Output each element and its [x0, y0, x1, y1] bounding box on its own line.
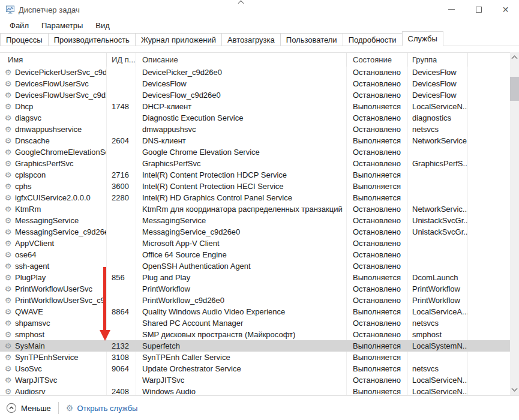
service-status: Выполняется: [347, 386, 408, 395]
service-pid: [107, 260, 136, 272]
service-status: Остановлено: [347, 112, 408, 124]
table-row[interactable]: ⚙ose64Office 64 Source EngineОстановлено: [0, 249, 510, 260]
menu-item-view[interactable]: Вид: [91, 20, 115, 32]
service-group: [408, 249, 468, 260]
table-row[interactable]: ⚙AppVClientMicrosoft App-V ClientОстанов…: [0, 238, 510, 249]
close-button[interactable]: ✕: [492, 0, 519, 19]
service-status: Остановлено: [347, 203, 408, 215]
menu-item-file[interactable]: Файл: [5, 20, 34, 32]
column-header-pid[interactable]: ИД п...: [107, 53, 136, 67]
table-row[interactable]: ⚙Dhcp1748DHCP-клиентВыполняетсяLocalServ…: [0, 101, 510, 112]
service-gear-icon: ⚙: [4, 135, 13, 146]
tab-details[interactable]: Подробности: [343, 33, 403, 46]
row-filler: [468, 329, 510, 340]
tab-startup[interactable]: Автозагрузка: [221, 33, 281, 46]
row-filler: [468, 112, 510, 124]
table-row[interactable]: ⚙DevicesFlowUserSvc_c9d26e0DevicesFlow_c…: [0, 89, 510, 101]
service-name-cell: ⚙SysMain: [0, 340, 107, 352]
service-description: Update Orchestrator Service: [136, 363, 347, 374]
table-row[interactable]: ⚙Audiosrv2408Windows AudioВыполняетсяLoc…: [0, 386, 510, 395]
service-name: PrintWorkflowUserSvc: [15, 283, 92, 295]
table-row[interactable]: ⚙SynTPEnhService3108SynTPEnh Caller Serv…: [0, 352, 510, 363]
service-name: smphost: [15, 329, 44, 340]
table-row[interactable]: ⚙PlugPlay856Plug and PlayВыполняетсяDcom…: [0, 272, 510, 283]
service-status: Остановлено: [347, 329, 408, 340]
table-row[interactable]: ⚙WarpJITSvcWarpJITSvcОстановленоLocalSer…: [0, 374, 510, 386]
service-pid: [107, 78, 136, 89]
table-row[interactable]: ⚙Dnscache2604DNS-клиентВыполняетсяNetwor…: [0, 135, 510, 146]
table-row[interactable]: ⚙MessagingServiceMessagingServiceОстанов…: [0, 215, 510, 226]
service-gear-icon: ⚙: [4, 112, 13, 124]
table-row[interactable]: ⚙igfxCUIService2.0.0.02280Intel(R) HD Gr…: [0, 192, 510, 203]
row-filler: [468, 352, 510, 363]
table-row[interactable]: ⚙diagsvcDiagnostic Execution ServiceОста…: [0, 112, 510, 124]
table-row[interactable]: ⚙KtmRmKtmRm для координатора распределен…: [0, 203, 510, 215]
table-row[interactable]: ⚙GoogleChromeElevationSer...Google Chrom…: [0, 146, 510, 158]
service-description: KtmRm для координатора распределенных тр…: [136, 203, 347, 215]
column-header-name[interactable]: Имя: [0, 53, 107, 67]
service-gear-icon: ⚙: [4, 238, 13, 249]
minimize-button[interactable]: [438, 0, 465, 19]
service-gear-icon: ⚙: [4, 260, 13, 272]
service-description: GraphicsPerfSvc: [136, 158, 347, 169]
service-group: [408, 352, 468, 363]
service-pid: 2408: [107, 386, 136, 395]
column-header-description[interactable]: Описание: [136, 53, 347, 67]
scroll-up-icon[interactable]: [512, 56, 518, 62]
scrollbar-thumb[interactable]: [510, 77, 519, 101]
service-gear-icon: ⚙: [4, 374, 13, 386]
tab-services[interactable]: Службы: [402, 31, 443, 46]
table-row[interactable]: ⚙GraphicsPerfSvcGraphicsPerfSvcОстановле…: [0, 158, 510, 169]
service-name: Audiosrv: [15, 386, 46, 395]
service-name-cell: ⚙AppVClient: [0, 238, 107, 249]
service-description: Intel(R) Content Protection HECI Service: [136, 181, 347, 192]
table-row[interactable]: ⚙DevicePickerUserSvc_c9d26...DevicePicke…: [0, 67, 510, 78]
scroll-down-icon[interactable]: [512, 386, 518, 392]
service-group: netsvcs: [408, 124, 468, 135]
table-row[interactable]: ⚙cplspcon2716Intel(R) Content Protection…: [0, 169, 510, 181]
service-name-cell: ⚙diagsvc: [0, 112, 107, 124]
table-row[interactable]: ⚙smphostSMP дисковых пространств (Майкро…: [0, 329, 510, 340]
table-row[interactable]: ⚙DevicesFlowUserSvcDevicesFlowОстановлен…: [0, 78, 510, 89]
table-row[interactable]: ⚙QWAVE8864Quality Windows Audio Video Ex…: [0, 306, 510, 317]
service-pid: 2280: [107, 192, 136, 203]
tab-processes[interactable]: Процессы: [0, 33, 49, 46]
maximize-button[interactable]: [465, 0, 492, 19]
service-name-cell: ⚙dmwappushservice: [0, 124, 107, 135]
service-group: [408, 169, 468, 181]
tab-performance[interactable]: Производительность: [48, 33, 136, 46]
table-header: Имя ИД п... Описание Состояние Группа: [0, 52, 510, 67]
service-group: [408, 260, 468, 272]
service-name: igfxCUIService2.0.0.0: [15, 192, 91, 203]
table-row[interactable]: ⚙SysMain2132SuperfetchВыполняетсяLocalSy…: [0, 340, 510, 352]
service-group: PrintWorkflow: [408, 283, 468, 295]
less-details-button[interactable]: Меньше: [21, 404, 51, 413]
service-description: Quality Windows Audio Video Experience: [136, 306, 347, 317]
table-row[interactable]: ⚙shpamsvcShared PC Account ManagerОстано…: [0, 317, 510, 329]
service-name: KtmRm: [15, 203, 41, 215]
service-name: ose64: [15, 249, 36, 260]
column-header-status[interactable]: Состояние: [347, 53, 408, 67]
service-description: Plug and Play: [136, 272, 347, 283]
table-row[interactable]: ⚙cphs3600Intel(R) Content Protection HEC…: [0, 181, 510, 192]
open-services-link[interactable]: Открыть службы: [77, 404, 137, 413]
vertical-scrollbar[interactable]: [510, 52, 519, 395]
table-row[interactable]: ⚙MessagingService_c9d26e0MessagingServic…: [0, 226, 510, 238]
table-row[interactable]: ⚙PrintWorkflowUserSvc_c9d...PrintWorkflo…: [0, 295, 510, 306]
service-status: Выполняется: [347, 101, 408, 112]
row-filler: [468, 374, 510, 386]
column-header-group[interactable]: Группа: [408, 53, 468, 67]
service-name-cell: ⚙PlugPlay: [0, 272, 107, 283]
menu-item-options[interactable]: Параметры: [37, 20, 88, 32]
service-pid: [107, 158, 136, 169]
table-row[interactable]: ⚙PrintWorkflowUserSvcPrintWorkflowОстано…: [0, 283, 510, 295]
service-gear-icon: ⚙: [4, 89, 13, 101]
tab-app-history[interactable]: Журнал приложений: [135, 33, 222, 46]
table-row[interactable]: ⚙ssh-agentOpenSSH Authentication AgentОс…: [0, 260, 510, 272]
table-row[interactable]: ⚙dmwappushservicedmwappushsvcОстановлено…: [0, 124, 510, 135]
service-status: Выполняется: [347, 169, 408, 181]
tab-users[interactable]: Пользователи: [280, 33, 343, 46]
service-status: Выполняется: [347, 340, 408, 352]
table-row[interactable]: ⚙UsoSvc9064Update Orchestrator ServiceВы…: [0, 363, 510, 374]
service-status: Остановлено: [347, 249, 408, 260]
